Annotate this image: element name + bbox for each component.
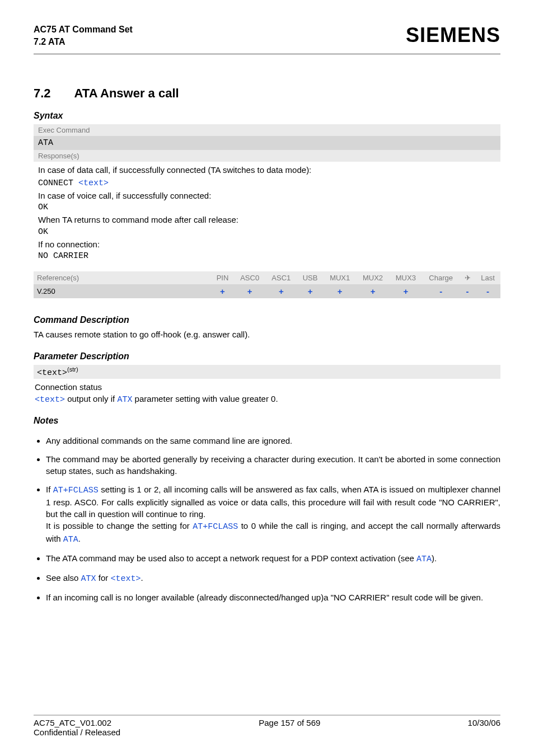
airplane-icon: ✈ bbox=[465, 274, 471, 282]
ata-link[interactable]: ATA bbox=[416, 555, 432, 564]
footer-right: 10/30/06 bbox=[468, 718, 500, 727]
command-description-text: TA causes remote station to go off-hook … bbox=[34, 330, 500, 339]
refhead-col: ASC1 bbox=[271, 274, 291, 282]
syntax-heading: Syntax bbox=[34, 111, 500, 121]
response-nocarrier: NO CARRIER bbox=[38, 250, 496, 262]
refrow-val: + bbox=[279, 287, 284, 296]
param-name: <text> bbox=[37, 368, 67, 378]
section-number: 7.2 bbox=[34, 86, 51, 101]
refhead-col: MUX3 bbox=[396, 274, 416, 282]
footer-left: AC75_ATC_V01.002 bbox=[34, 718, 111, 727]
footer-center: Page 157 of 569 bbox=[259, 718, 320, 727]
note-text: See also bbox=[46, 573, 81, 583]
response-body: In case of data call, if successfully co… bbox=[34, 162, 500, 266]
refhead-col: Reference(s) bbox=[37, 274, 79, 282]
refrow-val: + bbox=[371, 287, 376, 296]
exec-command-label: Exec Command bbox=[34, 124, 500, 136]
note-text: If bbox=[46, 485, 53, 494]
refrow-label: V.250 bbox=[37, 287, 55, 295]
notes-section: Any additional commands on the same comm… bbox=[34, 435, 500, 603]
header-divider bbox=[34, 53, 500, 55]
syntax-block: Exec Command ATA Response(s) In case of … bbox=[34, 124, 500, 266]
response-line: In case of data call, if successfully co… bbox=[38, 164, 496, 176]
refhead-col: Charge bbox=[429, 274, 453, 282]
connect-prefix: CONNECT bbox=[38, 179, 78, 188]
note-text: setting is 1 or 2, all incoming calls wi… bbox=[46, 485, 500, 519]
response-line: If no connection: bbox=[38, 238, 496, 251]
response-ok: OK bbox=[38, 201, 496, 214]
atx-link[interactable]: ATX bbox=[81, 574, 96, 584]
response-connect: CONNECT <text> bbox=[38, 176, 496, 190]
param-desc-line: <text> output only if ATX parameter sett… bbox=[35, 394, 499, 405]
refrow-val: + bbox=[220, 287, 225, 296]
refrow-val: + bbox=[247, 287, 252, 296]
note-item: Any additional commands on the same comm… bbox=[46, 435, 500, 447]
note-item: The ATA command may be used also to acce… bbox=[46, 552, 500, 565]
note-item: See also ATX for <text>. bbox=[46, 572, 500, 585]
exec-command-value: ATA bbox=[34, 136, 500, 150]
refhead-col: MUX2 bbox=[363, 274, 383, 282]
product-name: AC75 AT Command Set bbox=[34, 24, 133, 36]
response-label: Response(s) bbox=[34, 150, 500, 162]
param-desc-mid: output only if bbox=[65, 394, 117, 403]
brand-logo: SIEMENS bbox=[406, 24, 500, 47]
refhead-col: PIN bbox=[217, 274, 229, 282]
parameter-box: <text>(str) bbox=[34, 365, 500, 379]
refrow-val: - bbox=[439, 287, 442, 296]
response-ok: OK bbox=[38, 226, 496, 238]
text-param-link[interactable]: <text> bbox=[110, 574, 140, 584]
refhead-col: MUX1 bbox=[330, 274, 350, 282]
note-text: It is possible to change the setting for bbox=[46, 521, 193, 530]
parameter-description-heading: Parameter Description bbox=[34, 351, 500, 361]
footer-divider bbox=[34, 715, 500, 716]
refhead-col: Last bbox=[481, 274, 495, 282]
note-item: If AT+FCLASS setting is 1 or 2, all inco… bbox=[46, 483, 500, 546]
parameter-details: Connection status <text> output only if … bbox=[34, 382, 500, 405]
footer-confidential: Confidential / Released bbox=[34, 727, 500, 737]
refhead-col: USB bbox=[303, 274, 318, 282]
refrow-val: - bbox=[466, 287, 469, 296]
note-text: . bbox=[140, 573, 143, 583]
reference-table-row: V.250 + + + + + + + - - - bbox=[34, 284, 500, 298]
refrow-val: + bbox=[308, 287, 313, 296]
atx-link[interactable]: ATX bbox=[117, 395, 132, 405]
response-line: When TA returns to command mode after ca… bbox=[38, 214, 496, 226]
refrow-val: + bbox=[403, 287, 408, 296]
atfclass-link[interactable]: AT+FCLASS bbox=[53, 486, 99, 495]
text-param-link[interactable]: <text> bbox=[78, 179, 109, 188]
connection-status-label: Connection status bbox=[35, 382, 499, 392]
note-text: . bbox=[78, 534, 81, 543]
section-ref: 7.2 ATA bbox=[34, 36, 133, 48]
note-item: The command may be aborted generally by … bbox=[46, 453, 500, 477]
param-desc-tail: parameter setting with value greater 0. bbox=[132, 394, 278, 403]
page-footer: AC75_ATC_V01.002 Page 157 of 569 10/30/0… bbox=[34, 715, 500, 737]
page-header: AC75 AT Command Set 7.2 ATA SIEMENS bbox=[34, 24, 500, 48]
reference-table-head: Reference(s) PIN ASC0 ASC1 USB MUX1 MUX2… bbox=[34, 271, 500, 284]
ata-link[interactable]: ATA bbox=[63, 535, 78, 544]
section-name: ATA Answer a call bbox=[74, 86, 179, 101]
notes-heading: Notes bbox=[34, 416, 500, 426]
atfclass-link[interactable]: AT+FCLASS bbox=[193, 522, 238, 532]
reference-table: Reference(s) PIN ASC0 ASC1 USB MUX1 MUX2… bbox=[34, 271, 500, 298]
refhead-col: ASC0 bbox=[240, 274, 259, 282]
header-left: AC75 AT Command Set 7.2 ATA bbox=[34, 24, 133, 48]
param-type: (str) bbox=[67, 366, 78, 373]
text-param-link[interactable]: <text> bbox=[35, 395, 65, 405]
refrow-val: + bbox=[338, 287, 343, 296]
refrow-val: - bbox=[486, 287, 489, 296]
section-title: 7.2 ATA Answer a call bbox=[34, 86, 500, 101]
footer-row: AC75_ATC_V01.002 Page 157 of 569 10/30/0… bbox=[34, 718, 500, 727]
note-item: If an incoming call is no longer availab… bbox=[46, 591, 500, 603]
command-description-heading: Command Description bbox=[34, 315, 500, 325]
note-text: ). bbox=[432, 553, 437, 563]
command-description-section: Command Description TA causes remote sta… bbox=[34, 315, 500, 339]
note-text: The ATA command may be used also to acce… bbox=[46, 553, 416, 563]
response-line: In case of voice call, if successfully c… bbox=[38, 190, 496, 202]
note-text: for bbox=[96, 573, 111, 583]
